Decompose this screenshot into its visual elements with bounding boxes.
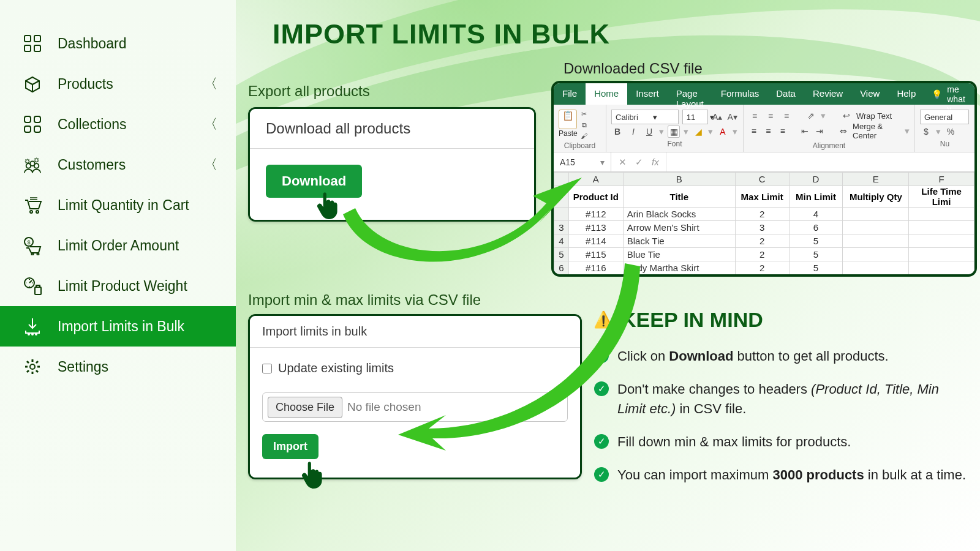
font-name-select[interactable]: Calibri▾	[611, 110, 679, 124]
cell-reference[interactable]: A15▾	[554, 152, 611, 171]
svg-point-11	[30, 211, 32, 213]
bold-icon[interactable]: B	[611, 126, 624, 138]
excel-tab-formulas[interactable]: Formulas	[712, 83, 768, 105]
ribbon-group-label: Nu	[920, 138, 970, 149]
chevron-left-icon: 〈	[204, 156, 217, 174]
excel-window: FileHomeInsertPage LayoutFormulasDataRev…	[551, 81, 977, 277]
decrease-font-icon[interactable]: A▾	[726, 111, 738, 123]
underline-icon[interactable]: U	[643, 126, 655, 138]
keep-in-mind-item: ✓You can import maximum 3000 products in…	[594, 465, 968, 485]
table-header-cell[interactable]: Multiply Qty	[843, 186, 909, 208]
cancel-formula-icon[interactable]: ✕	[619, 157, 627, 168]
svg-rect-1	[34, 36, 40, 42]
sidebar-item-label: Customers	[58, 157, 126, 173]
increase-indent-icon[interactable]: ⇥	[814, 125, 824, 137]
sidebar-item-products[interactable]: Products〈	[0, 64, 236, 104]
paste-icon[interactable]: 📋	[559, 110, 577, 129]
col-header[interactable]: C	[735, 173, 789, 186]
sidebar-item-limit-quantity-in-cart[interactable]: Limit Quantity in Cart	[0, 185, 236, 225]
sidebar-item-limit-product-weight[interactable]: Limit Product Weight	[0, 266, 236, 306]
dashboard-icon	[21, 32, 44, 55]
sidebar-item-import-limits-in-bulk[interactable]: Import Limits in Bulk	[0, 306, 236, 347]
align-bottom-icon[interactable]: ≡	[780, 110, 793, 122]
excel-tab-review[interactable]: Review	[804, 83, 851, 105]
sidebar-item-limit-order-amount[interactable]: $Limit Order Amount	[0, 225, 236, 266]
increase-font-icon[interactable]: A▴	[712, 111, 723, 123]
update-existing-checkbox[interactable]	[262, 364, 272, 373]
merge-icon[interactable]: ⇔	[839, 125, 849, 137]
table-header-cell[interactable]: Title	[623, 186, 735, 208]
customers-icon	[21, 153, 44, 176]
align-right-icon[interactable]: ≡	[777, 125, 788, 137]
decrease-indent-icon[interactable]: ⇤	[799, 125, 810, 137]
chevron-left-icon: 〈	[204, 75, 217, 93]
svg-point-12	[36, 211, 39, 213]
format-painter-icon[interactable]: 🖌	[580, 132, 589, 140]
sidebar-item-dashboard[interactable]: Dashboard	[0, 23, 236, 64]
orientation-icon[interactable]: ⇗	[805, 110, 817, 122]
currency-icon[interactable]: $	[920, 126, 932, 138]
table-row: #112Arin Black Socks24	[554, 208, 974, 221]
paste-label: Paste	[559, 129, 578, 138]
excel-tab-view[interactable]: View	[851, 83, 888, 105]
sidebar-item-customers[interactable]: Customers〈	[0, 144, 236, 185]
cut-icon[interactable]: ✂	[580, 110, 589, 118]
number-format-select[interactable]: General	[920, 110, 969, 124]
percent-icon[interactable]: %	[944, 126, 957, 138]
sidebar-item-label: Settings	[58, 359, 108, 375]
excel-tab-data[interactable]: Data	[767, 83, 804, 105]
import-button[interactable]: Import	[262, 434, 318, 459]
italic-icon[interactable]: I	[627, 126, 639, 138]
excel-tab-home[interactable]: Home	[586, 83, 627, 105]
excel-tab-page-layout[interactable]: Page Layout	[668, 83, 712, 105]
table-header-cell[interactable]: Life Time Limi	[909, 186, 974, 208]
check-icon: ✓	[594, 467, 609, 482]
sidebar-item-collections[interactable]: Collections〈	[0, 104, 236, 144]
fx-icon[interactable]: fx	[652, 157, 659, 167]
cart-icon	[21, 193, 44, 217]
table-header-cell[interactable]: Min Limit	[789, 186, 843, 208]
collections-icon	[21, 113, 44, 136]
align-top-icon[interactable]: ≡	[748, 110, 761, 122]
choose-file-button[interactable]: Choose File	[268, 397, 342, 418]
svg-rect-2	[24, 45, 31, 51]
font-size-select[interactable]: 11▾	[682, 110, 708, 124]
col-header[interactable]: D	[789, 173, 843, 186]
merge-center-label[interactable]: Merge & Center	[853, 122, 901, 140]
ribbon-group-label: Font	[611, 138, 738, 149]
excel-ribbon-tabs: FileHomeInsertPage LayoutFormulasDataRev…	[554, 83, 974, 105]
excel-tab-help[interactable]: Help	[888, 83, 924, 105]
col-header[interactable]: E	[843, 173, 909, 186]
ribbon-group-label: Alignment	[748, 140, 910, 151]
enter-formula-icon[interactable]: ✓	[635, 157, 643, 168]
copy-icon[interactable]: ⧉	[580, 121, 589, 129]
svg-point-19	[28, 334, 29, 335]
formula-input[interactable]	[667, 152, 974, 171]
cursor-hand-icon	[300, 459, 326, 492]
chevron-left-icon: 〈	[204, 115, 217, 133]
excel-tab-file[interactable]: File	[554, 83, 586, 105]
wrap-text-icon[interactable]: ↩	[840, 110, 853, 122]
align-middle-icon[interactable]: ≡	[764, 110, 777, 122]
excel-caption: Downloaded CSV file	[564, 60, 703, 77]
sidebar: DashboardProducts〈Collections〈Customers〈…	[0, 0, 236, 551]
table-header-cell[interactable]: Max Limit	[735, 186, 789, 208]
lightbulb-icon: 💡	[932, 89, 942, 99]
sidebar-item-settings[interactable]: Settings	[0, 347, 236, 387]
svg-rect-4	[24, 116, 31, 122]
wrap-text-label[interactable]: Wrap Text	[856, 111, 892, 121]
svg-point-15	[32, 253, 34, 255]
weight-icon	[21, 274, 44, 298]
svg-rect-3	[34, 45, 40, 51]
col-header[interactable]: F	[909, 173, 974, 186]
fill-color-icon[interactable]: ◢	[692, 126, 704, 138]
align-left-icon[interactable]: ≡	[748, 125, 759, 137]
keep-in-mind: ⚠️ KEEP IN MIND ✓Click on Download butto…	[594, 308, 968, 484]
excel-tab-insert[interactable]: Insert	[627, 83, 668, 105]
col-header[interactable]: B	[623, 173, 735, 186]
svg-rect-6	[24, 126, 31, 132]
borders-icon[interactable]: ▦	[668, 126, 680, 138]
font-color-icon[interactable]: A	[717, 126, 729, 138]
sidebar-item-label: Limit Quantity in Cart	[58, 197, 189, 214]
align-center-icon[interactable]: ≡	[763, 125, 773, 137]
